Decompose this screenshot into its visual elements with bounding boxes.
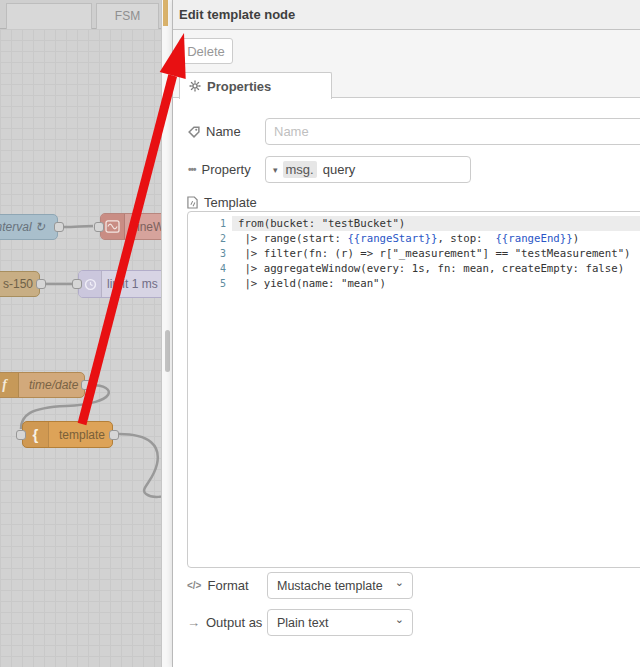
node-limit[interactable]: limit 1 ms [78, 270, 161, 298]
workspace-tab-fsm[interactable]: FSM [96, 3, 159, 29]
property-typed-input[interactable]: ▾ msg. query [265, 156, 471, 183]
output-select-value: Plain text [277, 616, 328, 630]
node-timedate[interactable]: f time/date [0, 372, 85, 398]
tag-icon [188, 126, 200, 138]
name-field-label: Name [188, 118, 241, 145]
editor-line[interactable]: 5 |> yield(name: "mean") [188, 276, 640, 291]
arrow-right-icon: → [187, 615, 200, 630]
node-template-input-port[interactable] [16, 430, 26, 440]
tray-tabrow: Properties [173, 71, 640, 98]
output-field-label: → Output as [187, 609, 262, 636]
node-interval-output-port[interactable] [54, 222, 64, 232]
line-number: 5 [188, 276, 226, 291]
function-icon: f [0, 373, 19, 397]
flow-wires [0, 0, 161, 667]
editor-line[interactable]: 3 |> filter(fn: (r) => r["_measurement"]… [188, 246, 640, 261]
code-text: |> aggregateWindow(every: 1s, fn: mean, … [226, 261, 624, 276]
node-template-output-port[interactable] [109, 430, 119, 440]
node-limit-input-port[interactable] [72, 279, 82, 289]
code-icon: </> [187, 580, 201, 591]
chevron-down-icon: ⌄ [395, 613, 404, 626]
node-red-editor: interval ↻ sineW s-150 limit 1 ms f time… [0, 0, 640, 667]
property-value[interactable]: query [323, 162, 356, 177]
node-timedate-output-port[interactable] [81, 380, 91, 390]
edit-template-node-tray: Edit template node Delete Properties Nam… [172, 0, 640, 667]
gear-icon [189, 80, 201, 92]
clock-icon [79, 271, 102, 297]
node-sinewave[interactable]: sineW [100, 213, 161, 240]
tray-title: Edit template node [173, 0, 640, 29]
line-number: 2 [188, 231, 226, 246]
property-type-msg[interactable]: msg. [283, 161, 317, 178]
format-select-value: Mustache template [277, 579, 383, 593]
tab-properties[interactable]: Properties [179, 72, 332, 99]
code-text: |> yield(name: "mean") [226, 276, 386, 291]
canvas-vertical-scrollbar[interactable] [161, 0, 172, 667]
line-number: 3 [188, 246, 226, 261]
chevron-down-icon: ⌄ [395, 576, 404, 589]
flow-canvas: interval ↻ sineW s-150 limit 1 ms f time… [0, 0, 161, 667]
workspace-tab-1[interactable] [6, 3, 92, 29]
line-number: 4 [188, 261, 226, 276]
template-file-icon [187, 196, 198, 209]
ellipsis-icon: ••• [188, 164, 196, 175]
tray-toolbar: Delete [173, 30, 640, 71]
node-sinewave-input-port[interactable] [94, 222, 104, 232]
code-editor[interactable]: 1from(bucket: "testBucket")2 |> range(st… [187, 211, 640, 568]
node-s150[interactable]: s-150 [0, 271, 40, 297]
scrollbar-thumb[interactable] [165, 330, 170, 372]
node-interval[interactable]: interval ↻ [0, 214, 58, 240]
node-limit-label: limit 1 ms [107, 277, 158, 291]
caret-down-icon[interactable]: ▾ [273, 165, 278, 175]
node-s150-output-port[interactable] [36, 279, 46, 289]
code-text: |> filter(fn: (r) => r["_measurement"] =… [226, 246, 631, 261]
editor-line[interactable]: 1from(bucket: "testBucket") [188, 216, 640, 231]
format-field-label: </> Format [187, 572, 249, 599]
code-text: from(bucket: "testBucket") [226, 216, 405, 231]
sine-wave-icon [101, 214, 125, 239]
editor-line[interactable]: 4 |> aggregateWindow(every: 1s, fn: mean… [188, 261, 640, 276]
name-input[interactable] [265, 118, 640, 145]
delete-button[interactable]: Delete [179, 38, 233, 64]
palette-edge-sliver [163, 0, 168, 26]
node-interval-label: interval ↻ [0, 220, 45, 234]
workspace-tabbar: FSM [0, 0, 161, 29]
tray-header: Edit template node [173, 0, 640, 30]
node-sinewave-label: sineW [131, 220, 161, 234]
code-editor-lines: 1from(bucket: "testBucket")2 |> range(st… [188, 216, 640, 291]
brace-icon: { [23, 422, 49, 447]
output-select[interactable]: Plain text ⌄ [267, 609, 413, 636]
code-text: |> range(start: {{rangeStart}}, stop: {{… [226, 231, 579, 246]
node-timedate-label: time/date [29, 378, 78, 392]
node-template-label: template [59, 428, 105, 442]
tab-properties-label: Properties [207, 79, 271, 94]
line-number: 1 [188, 216, 226, 231]
node-template[interactable]: { template [22, 421, 113, 448]
editor-line[interactable]: 2 |> range(start: {{rangeStart}}, stop: … [188, 231, 640, 246]
format-select[interactable]: Mustache template ⌄ [267, 572, 413, 599]
node-s150-label: s-150 [3, 277, 33, 291]
property-field-label: ••• Property [188, 156, 251, 183]
